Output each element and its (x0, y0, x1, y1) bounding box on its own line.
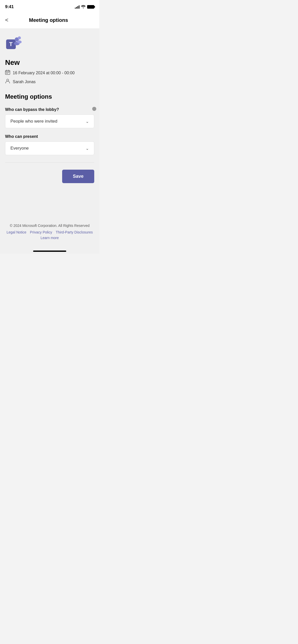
teams-logo-container: T (5, 35, 94, 51)
meeting-name: New (5, 58, 94, 67)
footer-copyright: © 2024 Microsoft Corporation. All Rights… (5, 224, 94, 228)
present-option-group: Who can present Everyone ⌄ (5, 134, 94, 155)
person-icon (5, 79, 10, 85)
svg-rect-12 (8, 72, 9, 73)
learn-more-link[interactable]: Learn more (5, 236, 94, 240)
footer-links: Legal Notice Privacy Policy Third-Party … (5, 230, 94, 234)
present-dropdown-value: Everyone (10, 146, 29, 151)
save-area: Save (5, 170, 94, 183)
lobby-option-group: Who can bypass the lobby? People who wer… (5, 107, 94, 128)
nav-bar: < Meeting options (0, 13, 99, 29)
svg-point-15 (7, 79, 9, 81)
lobby-dropdown-container: People who were invited ⌄ (5, 114, 94, 128)
home-pill (33, 251, 66, 252)
lobby-dropdown[interactable]: People who were invited ⌄ (5, 114, 94, 128)
meeting-info: New 16 February 2024 at 00:00 - 00:00 (5, 58, 94, 85)
scroll-indicator (92, 107, 96, 111)
third-party-link[interactable]: Third-Party Disclosures (56, 230, 93, 234)
status-bar: 9:41 (0, 0, 99, 13)
wifi-icon (81, 5, 86, 9)
meeting-date: 16 February 2024 at 00:00 - 00:00 (13, 71, 75, 75)
svg-rect-13 (6, 73, 7, 74)
privacy-policy-link[interactable]: Privacy Policy (30, 230, 52, 234)
divider (5, 162, 94, 163)
svg-rect-14 (7, 73, 8, 74)
svg-rect-10 (6, 72, 7, 73)
signal-icon (75, 5, 79, 9)
present-chevron-icon: ⌄ (86, 146, 89, 151)
meeting-organizer: Sarah Jonas (13, 80, 36, 84)
options-section-title: Meeting options (5, 93, 94, 100)
teams-logo: T (5, 35, 23, 51)
status-icons (75, 5, 94, 9)
lobby-chevron-icon: ⌄ (86, 119, 89, 124)
battery-icon (87, 5, 94, 9)
svg-rect-11 (7, 72, 8, 73)
calendar-icon (5, 70, 10, 76)
footer: © 2024 Microsoft Corporation. All Rights… (0, 213, 99, 247)
save-button[interactable]: Save (62, 170, 94, 183)
svg-text:T: T (9, 41, 13, 47)
main-content: T New (0, 29, 99, 213)
home-indicator (0, 247, 99, 254)
lobby-question: Who can bypass the lobby? (5, 107, 94, 112)
svg-point-3 (18, 36, 21, 39)
back-button[interactable]: < (5, 16, 10, 24)
meeting-organizer-detail: Sarah Jonas (5, 79, 94, 85)
present-question: Who can present (5, 134, 94, 139)
present-dropdown[interactable]: Everyone ⌄ (5, 141, 94, 155)
status-time: 9:41 (5, 4, 14, 9)
svg-point-5 (17, 40, 22, 43)
lobby-dropdown-value: People who were invited (10, 119, 57, 124)
meeting-date-detail: 16 February 2024 at 00:00 - 00:00 (5, 70, 94, 76)
legal-notice-link[interactable]: Legal Notice (7, 230, 26, 234)
nav-title: Meeting options (10, 17, 87, 23)
